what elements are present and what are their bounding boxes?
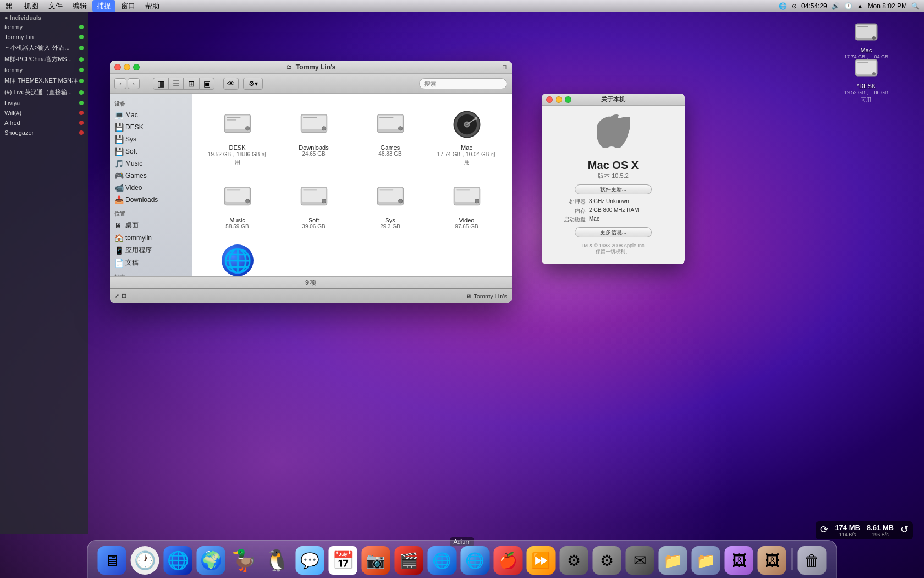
finder-forward-button[interactable]: › xyxy=(128,78,140,89)
dock-item-forward[interactable]: ⏩ xyxy=(526,544,557,575)
menubar-app-name[interactable]: 抓图 xyxy=(20,0,43,12)
dock-item-im[interactable]: 💬 xyxy=(295,544,326,575)
finder-content-area: DESK 19.52 GB，18.86 GB 可用 Downloads 24.6… xyxy=(193,94,512,276)
finder-item-video[interactable]: Video 97.65 GB xyxy=(431,175,503,234)
dock-item-folder1[interactable]: 📁 xyxy=(658,544,689,575)
finder-eye-button[interactable]: 👁 xyxy=(223,78,239,90)
finder-sidebar-music[interactable]: 🎵Music xyxy=(110,157,192,170)
dock-item-calendar[interactable]: 📅 xyxy=(328,544,359,575)
dock-item-globe[interactable]: 🌍 xyxy=(196,544,227,575)
finder-sidebar-games[interactable]: 🎮Games xyxy=(110,170,192,182)
finder-icon-view-button[interactable]: ▦ xyxy=(153,78,168,90)
dock-item-system1[interactable]: ⚙ xyxy=(559,544,590,575)
finder-coverflow-view-button[interactable]: ▣ xyxy=(199,78,215,90)
window-maximize-button[interactable] xyxy=(133,64,140,70)
finder-bottom-resize[interactable]: ⤢ ⊞ xyxy=(114,292,127,299)
music-item-icon xyxy=(220,179,255,215)
menubar-window[interactable]: 窗口 xyxy=(117,0,140,12)
finder-sidebar-docs[interactable]: 📄文稿 xyxy=(110,257,192,269)
sidebar-item-alfred[interactable]: Alfred xyxy=(0,118,88,128)
search-icon[interactable]: 🔍 xyxy=(911,2,920,10)
about-titlebar: 关于本机 xyxy=(542,94,685,106)
finder-sidebar-apps[interactable]: 📱应用程序 xyxy=(110,244,192,257)
finder-gear-button[interactable]: ⚙▾ xyxy=(243,78,263,90)
sidebar-item-pcpchina[interactable]: M群-PCPChina官方MS... xyxy=(0,53,88,65)
finder-item-network[interactable]: 网络 xyxy=(201,238,273,276)
dock-item-apps[interactable]: 🍎 xyxy=(493,544,524,575)
finder-item-soft[interactable]: Soft 39.06 GB xyxy=(278,175,350,234)
dock-item-preview[interactable]: 🖼 xyxy=(724,544,755,575)
finder-list-view-button[interactable]: ☰ xyxy=(168,78,184,90)
finder-sidebar-desktop[interactable]: 🖥桌面 xyxy=(110,219,192,232)
dock-item-browser2[interactable]: 🌐 xyxy=(460,544,491,575)
about-startdisk-value: Mac xyxy=(589,216,600,223)
dock-item-photos[interactable]: 📷 xyxy=(361,544,392,575)
finder-sidebar-downloads[interactable]: 📥Downloads xyxy=(110,194,192,206)
dock-item-tux[interactable]: 🐧 xyxy=(262,544,293,575)
dock-item-system2[interactable]: ⚙ xyxy=(592,544,623,575)
finder-item-desk[interactable]: DESK 19.52 GB，18.86 GB 可用 xyxy=(201,102,273,171)
dock-item-clock[interactable]: 🕐 xyxy=(130,544,161,575)
apple-logo-icon xyxy=(597,112,630,157)
sidebar-item-tommy2[interactable]: tommy xyxy=(0,65,88,75)
dock-item-pic[interactable]: 🖼 xyxy=(757,544,788,575)
about-update-button[interactable]: 软件更新... xyxy=(575,184,652,194)
finder-item-games[interactable]: Games 48.83 GB xyxy=(354,102,426,171)
mac-drive-icon xyxy=(853,19,879,46)
finder-sidebar-desk[interactable]: 💾DESK xyxy=(110,121,192,133)
svg-point-15 xyxy=(322,127,326,130)
menubar-help[interactable]: 帮助 xyxy=(141,0,164,12)
finder-item-downloads[interactable]: Downloads 24.65 GB xyxy=(278,102,350,171)
dock-item-media[interactable]: 🎬 xyxy=(394,544,425,575)
window-minimize-button[interactable] xyxy=(124,64,130,70)
time-display: 04:54:29 xyxy=(801,2,827,10)
sidebar-item-tommy1[interactable]: tommy xyxy=(0,22,88,32)
finder-item-mac[interactable]: Mac 17.74 GB，10.04 GB 可用 xyxy=(431,102,503,171)
window-close-button[interactable] xyxy=(114,64,121,70)
sidebar-item-tommylin[interactable]: Tommy Lin xyxy=(0,32,88,42)
refresh-icon: ↺ xyxy=(900,524,909,537)
finder-sidebar-home[interactable]: 🏠tommylin xyxy=(110,232,192,244)
finder-sidebar-mac[interactable]: 💻Mac xyxy=(110,109,192,121)
about-close-button[interactable] xyxy=(546,96,553,103)
video-sidebar-icon: 📹 xyxy=(114,183,123,192)
menubar-edit[interactable]: 编辑 xyxy=(68,0,91,12)
finder-sidebar-soft[interactable]: 💾Soft xyxy=(110,145,192,157)
games-item-icon xyxy=(373,107,408,142)
about-window-title: 关于本机 xyxy=(601,95,625,103)
menubar-file[interactable]: 文件 xyxy=(44,0,67,12)
sidebar-item-themex[interactable]: M群-THEMEX.NET MSN群 xyxy=(0,75,88,86)
finder-search-input[interactable] xyxy=(419,78,507,89)
finder-sidebar: 设备 💻Mac 💾DESK 💾Sys 💾Soft 🎵Music 🎮Games 📹… xyxy=(110,94,193,276)
about-moreinfo-button[interactable]: 更多信息... xyxy=(575,227,652,237)
about-minimize-button[interactable] xyxy=(556,96,562,103)
about-startdisk-label: 启动磁盘 xyxy=(553,216,586,223)
dock-item-network1[interactable]: 🌐 xyxy=(163,544,194,575)
sidebar-item-shoegazer[interactable]: Shoegazer xyxy=(0,128,88,138)
finder-item-sys[interactable]: Sys 29.3 GB xyxy=(354,175,426,234)
desk-item-icon xyxy=(220,107,255,142)
desktop-icon-desk[interactable]: *DESK 19.52 GB，...86 GB 可用 xyxy=(842,55,891,103)
finder-item-music[interactable]: Music 58.59 GB xyxy=(201,175,273,234)
finder-sidebar-sys[interactable]: 💾Sys xyxy=(110,133,192,145)
sidebar-item-live[interactable]: (#) Live英汉通（直接输... xyxy=(0,86,88,98)
sidebar-item-robot[interactable]: ～小机器人>输入"外语... xyxy=(0,42,88,53)
dock-item-browser1[interactable]: 🌐 xyxy=(427,544,458,575)
finder-column-view-button[interactable]: ⊞ xyxy=(184,78,199,90)
sidebar-item-liviya[interactable]: Liviya xyxy=(0,98,88,108)
finder-back-button[interactable]: ‹ xyxy=(114,78,127,89)
dock-item-folder2[interactable]: 📁 xyxy=(691,544,722,575)
finder-sidebar-video[interactable]: 📹Video xyxy=(110,182,192,194)
apple-menu[interactable]: ⌘ xyxy=(4,1,13,12)
dock-item-finder[interactable]: 🖥 xyxy=(97,544,128,575)
dock-item-trash[interactable]: 🗑 xyxy=(797,544,828,575)
dock-item-mail[interactable]: ✉ xyxy=(625,544,656,575)
dock-item-adium[interactable]: 🦆 xyxy=(229,544,260,575)
sidebar-item-will[interactable]: Will(#) xyxy=(0,108,88,118)
timer-icon: ⊙ xyxy=(791,2,797,10)
globe-dock-icon: 🌍 xyxy=(197,546,226,575)
menubar-capture[interactable]: 捕捉 xyxy=(92,0,116,12)
window-resize-btn[interactable]: ⊓ xyxy=(502,63,507,70)
finder-sidebar-places-label: 位置 xyxy=(110,208,192,219)
about-maximize-button[interactable] xyxy=(565,96,571,103)
